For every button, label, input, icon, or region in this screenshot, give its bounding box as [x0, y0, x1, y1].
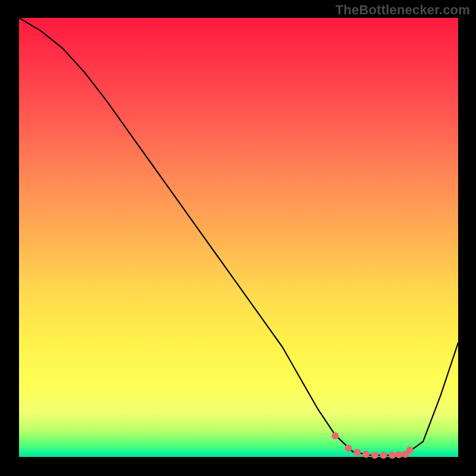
- optimal-marker: [331, 433, 339, 440]
- optimal-marker: [362, 451, 369, 458]
- plot-area: [19, 18, 458, 457]
- optimal-markers: [331, 433, 413, 459]
- optimal-marker: [353, 449, 361, 456]
- optimal-marker: [380, 452, 387, 459]
- watermark-text: TheBottlenecker.com: [336, 2, 470, 18]
- chart-frame: TheBottlenecker.com: [0, 0, 476, 476]
- optimal-marker: [345, 444, 352, 452]
- bottleneck-curve: [19, 18, 458, 455]
- optimal-marker: [395, 451, 402, 458]
- chart-svg: [19, 18, 458, 457]
- optimal-marker: [371, 452, 378, 459]
- optimal-marker: [406, 446, 414, 453]
- optimal-marker: [389, 452, 396, 459]
